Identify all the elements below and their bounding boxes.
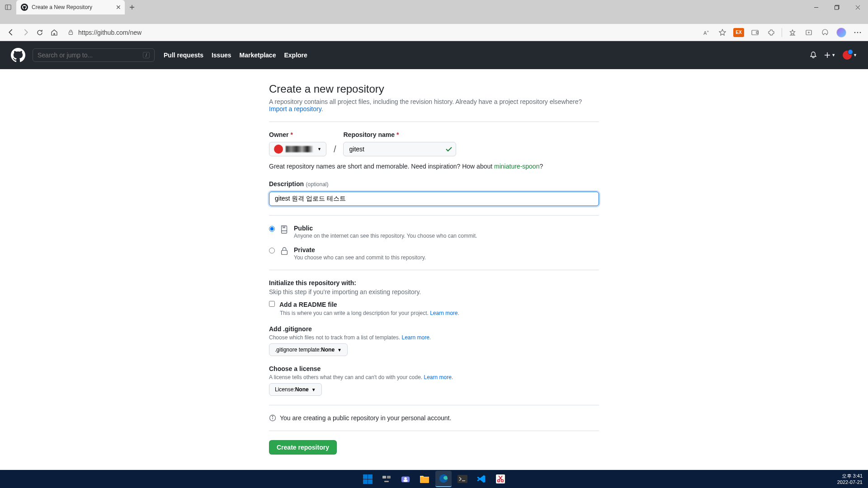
license-sub: A license tells others what they can and… <box>269 374 599 380</box>
extensions-button[interactable] <box>764 26 778 39</box>
profile-avatar-icon <box>836 28 846 38</box>
svg-point-16 <box>272 416 273 417</box>
address-bar-row: https://github.com/new A» EX <box>0 24 868 41</box>
page-content: Create a new repository A repository con… <box>0 69 868 487</box>
taskbar-app-explorer[interactable] <box>416 471 433 487</box>
separator <box>782 28 782 37</box>
more-button[interactable] <box>851 26 864 39</box>
favorites-star-button[interactable] <box>716 26 729 39</box>
time-text: 오후 3:41 <box>837 473 863 479</box>
readme-learn-more-link[interactable]: Learn more <box>430 310 458 316</box>
nav-marketplace[interactable]: Marketplace <box>240 52 276 59</box>
browser-essentials-button[interactable] <box>818 26 832 39</box>
gitignore-template-button[interactable]: .gitignore template: None▼ <box>269 343 348 356</box>
create-new-button[interactable]: ▼ <box>824 52 835 58</box>
gitignore-learn-more-link[interactable]: Learn more <box>401 334 429 341</box>
tab-actions-button[interactable] <box>2 1 14 14</box>
license-button[interactable]: License: None▼ <box>269 383 322 396</box>
page-title: Create a new repository <box>269 83 599 95</box>
home-button[interactable] <box>47 25 61 40</box>
user-avatar-icon <box>843 51 852 60</box>
svg-rect-25 <box>496 474 505 483</box>
init-section-sub: Skip this step if you're importing an ex… <box>269 288 599 296</box>
github-favicon <box>21 4 28 11</box>
gitignore-sub: Choose which files not to track from a l… <box>269 334 599 341</box>
forward-button[interactable] <box>18 25 33 40</box>
nav-pulls[interactable]: Pull requests <box>164 52 203 59</box>
info-row: You are creating a public repository in … <box>269 414 599 422</box>
readme-checkbox[interactable] <box>269 301 275 307</box>
refresh-button[interactable] <box>33 25 47 40</box>
create-repository-button[interactable]: Create repository <box>269 440 337 455</box>
description-label: Description <box>269 180 304 188</box>
nav-issues[interactable]: Issues <box>212 52 231 59</box>
owner-field: Owner * ▼ <box>269 131 326 156</box>
description-input[interactable] <box>269 192 599 206</box>
search-input[interactable] <box>38 52 143 59</box>
favorites-button[interactable] <box>786 26 799 39</box>
profile-button[interactable] <box>835 26 848 39</box>
svg-point-11 <box>857 32 859 33</box>
collections-button[interactable] <box>802 26 816 39</box>
license-learn-more-link[interactable]: Learn more <box>424 374 452 380</box>
separator <box>269 122 599 122</box>
profile-menu-button[interactable]: ▼ <box>843 51 857 60</box>
suggestion-link[interactable]: miniature-spoon <box>494 163 539 170</box>
taskbar-app-teams[interactable] <box>397 471 414 487</box>
github-logo-icon <box>11 48 25 62</box>
browser-chrome: Create a New Repository ✕ <box>0 0 868 24</box>
import-repo-link[interactable]: Import a repository <box>269 105 321 113</box>
browser-tab[interactable]: Create a New Repository ✕ <box>16 0 125 14</box>
svg-rect-7 <box>756 32 758 33</box>
read-aloud-button[interactable]: A» <box>699 26 713 39</box>
taskbar-clock[interactable]: 오후 3:41 2022-07-21 <box>837 473 863 486</box>
scissors-icon <box>496 474 505 483</box>
maximize-button[interactable] <box>826 0 847 14</box>
close-button[interactable] <box>847 0 868 14</box>
minimize-button[interactable] <box>806 0 826 14</box>
taskbar-app-snipping[interactable] <box>492 471 509 487</box>
private-radio[interactable] <box>269 248 275 253</box>
folder-icon <box>420 474 429 483</box>
plus-icon <box>824 52 830 58</box>
github-logo[interactable] <box>11 48 25 62</box>
taskbar-app-vscode[interactable] <box>473 471 490 487</box>
name-suggestion: Great repository names are short and mem… <box>269 163 599 170</box>
extension-badge-icon: EX <box>733 28 744 37</box>
bell-icon <box>810 52 817 59</box>
owner-username <box>286 146 313 152</box>
nav-explore[interactable]: Explore <box>284 52 307 59</box>
windows-taskbar: 오후 3:41 2022-07-21 <box>0 470 868 488</box>
owner-name-row: Owner * ▼ / Repository name * <box>269 131 599 156</box>
info-text: You are creating a public repository in … <box>280 414 451 422</box>
address-bar[interactable]: https://github.com/new <box>63 26 696 39</box>
github-search[interactable]: / <box>33 48 155 62</box>
notifications-button[interactable] <box>810 52 817 59</box>
readme-sub: This is where you can write a long descr… <box>280 310 599 316</box>
lock-icon <box>68 29 74 35</box>
taskbar-app-terminal[interactable] <box>454 471 471 487</box>
check-icon <box>445 145 453 153</box>
init-section-title: Initialize this repository with: <box>269 279 599 286</box>
lock-icon <box>279 246 289 256</box>
reponame-label: Repository name * <box>343 131 456 138</box>
tab-close-button[interactable]: ✕ <box>116 4 121 11</box>
terminal-icon <box>458 475 467 483</box>
wallet-button[interactable] <box>748 26 762 39</box>
back-button[interactable] <box>4 25 18 40</box>
separator <box>269 270 599 270</box>
owner-select[interactable]: ▼ <box>269 142 326 156</box>
readme-checkbox-row: Add a README file <box>269 301 599 308</box>
edge-icon <box>439 474 448 483</box>
task-view-button[interactable] <box>378 471 395 487</box>
task-view-icon <box>382 475 391 483</box>
extension-button[interactable]: EX <box>732 26 745 39</box>
reponame-input[interactable] <box>343 142 456 156</box>
svg-point-21 <box>404 477 407 480</box>
slash-separator: / <box>334 144 336 155</box>
public-radio[interactable] <box>269 226 275 232</box>
start-button[interactable] <box>359 471 376 487</box>
taskbar-app-edge[interactable] <box>435 471 452 487</box>
new-tab-button[interactable] <box>126 1 138 14</box>
taskbar-apps <box>359 471 509 487</box>
